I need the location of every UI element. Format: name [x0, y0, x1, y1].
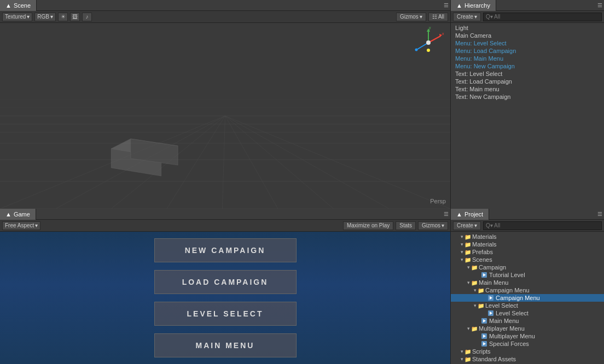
sun-icon[interactable]: ☀ [58, 13, 68, 21]
project-item-label: Tutorial Level [489, 272, 525, 278]
project-tab[interactable]: ▲ Project [451, 209, 489, 220]
game-viewport: NEW CAMPAIGNLOAD CAMPAIGNLEVEL SELECTMAI… [0, 232, 450, 364]
hierarchy-item[interactable]: Menu: Main Menu [451, 55, 604, 62]
color-label: RGB [37, 14, 49, 20]
game-menu-button[interactable]: NEW CAMPAIGN [154, 238, 297, 262]
hierarchy-item[interactable]: Text: Level Select [451, 70, 604, 78]
hierarchy-item[interactable]: Text: Load Campaign [451, 78, 604, 85]
game-tab-bar: ▲ Game ☰ [0, 209, 450, 220]
scene-file-icon [488, 310, 495, 316]
aspect-dropdown[interactable]: Free Aspect ▾ [2, 221, 40, 230]
hierarchy-item[interactable]: Menu: New Campaign [451, 62, 604, 70]
folder-icon: 📁 [464, 234, 471, 240]
layers-icon: ☷ [432, 14, 437, 20]
create-label: Create [457, 14, 473, 20]
all-layers-dropdown[interactable]: ☷ All [428, 13, 448, 21]
gizmos-dropdown[interactable]: Gizmos ▾ [396, 13, 426, 21]
project-tree-item[interactable]: ▾ 📁 Campaign [451, 263, 604, 271]
project-tree-item[interactable]: Special Forces [451, 340, 604, 348]
game-tab[interactable]: ▲ Game [0, 209, 36, 220]
image-icon[interactable]: 🖼 [70, 13, 80, 21]
hierarchy-item[interactable]: Menu: Load Campaign [451, 47, 604, 55]
scene-grid [0, 23, 450, 209]
hierarchy-panel: ▲ Hierarchy ☰ Create ▾ LightMain CameraM… [451, 0, 604, 209]
project-item-label: Campaign [479, 264, 506, 271]
project-tree-item[interactable]: ▾ 📁 Standard Assets [451, 355, 604, 363]
hierarchy-item[interactable]: Text: New Campaign [451, 93, 604, 101]
project-tree-item[interactable]: ▾ 📁 Main Menu [451, 279, 604, 286]
folder-arrow-icon: ▾ [467, 326, 470, 331]
folder-icon: 📁 [478, 287, 484, 293]
project-tree-item[interactable]: ▾ 📁 Campaign Menu [451, 286, 604, 294]
scene-toolbar: Textured ▾ RGB ▾ ☀ 🖼 ♪ Gizmos ▾ ☷ All [0, 11, 450, 23]
folder-arrow-icon: ▾ [467, 265, 470, 270]
project-item-label: Main Menu [479, 279, 508, 286]
project-item-label: Materials [472, 241, 497, 248]
project-panel: ▲ Project ☰ Create ▾ ▾ 📁 Materials▾ 📁 Ma… [451, 209, 604, 364]
project-tree-item[interactable]: ▾ 📁 Scripts [451, 348, 604, 355]
project-controls: Create ▾ [451, 220, 604, 232]
game-menu-button[interactable]: LOAD CAMPAIGN [154, 270, 297, 294]
project-item-label: Multiplayer Menu [489, 333, 535, 339]
hierarchy-controls: Create ▾ [451, 11, 604, 23]
project-tree-item[interactable]: ▾ 📁 Materials [451, 233, 604, 240]
project-tree-item[interactable]: ▾ 📁 Scenes [451, 256, 604, 263]
game-tab-icon: ▲ [5, 209, 11, 220]
folder-arrow-icon: ▾ [474, 287, 477, 293]
project-tree-item[interactable]: Multiplayer Menu [451, 332, 604, 340]
gizmo-widget: y x [412, 26, 445, 59]
game-menu-button[interactable]: LEVEL SELECT [154, 302, 297, 326]
scene-tab[interactable]: ▲ Scene [0, 0, 37, 11]
maximize-on-play-button[interactable]: Maximize on Play [343, 221, 393, 230]
project-item-label: Prefabs [472, 249, 493, 255]
hierarchy-tab[interactable]: ▲ Hierarchy [451, 0, 496, 11]
project-tree-item[interactable]: ▾ 📁 Materials [451, 240, 604, 248]
aspect-label: Free Aspect [5, 222, 34, 228]
project-tree-item[interactable]: Campaign Menu [451, 294, 604, 302]
hierarchy-panel-menu[interactable]: ☰ [595, 0, 604, 11]
scene-panel-menu[interactable]: ☰ [442, 0, 450, 11]
shading-label: Textured [5, 14, 26, 20]
scene-viewport: y x Persp [0, 23, 450, 209]
hierarchy-list: LightMain CameraMenu: Level SelectMenu: … [451, 23, 604, 209]
hierarchy-item[interactable]: Light [451, 24, 604, 32]
audio-icon[interactable]: ♪ [82, 13, 92, 21]
scene-file-icon [481, 272, 488, 278]
project-tree-item[interactable]: Main Menu [451, 317, 604, 325]
project-tab-label: Project [464, 209, 483, 220]
color-dropdown[interactable]: RGB ▾ [34, 13, 56, 21]
hierarchy-item[interactable]: Main Camera [451, 32, 604, 39]
project-create-chevron: ▾ [474, 222, 477, 228]
hierarchy-search-input[interactable] [483, 13, 602, 21]
project-tree-item[interactable]: Level Select [451, 309, 604, 317]
hierarchy-item[interactable]: Text: Main menu [451, 85, 604, 93]
project-search-input[interactable] [483, 221, 602, 230]
folder-arrow-icon: ▾ [467, 280, 470, 285]
game-gizmos-dropdown[interactable]: Gizmos ▾ [418, 221, 448, 230]
hierarchy-icon: ▲ [456, 0, 462, 11]
project-create-button[interactable]: Create ▾ [453, 221, 481, 230]
project-tree-item[interactable]: ▾ 📁 Multiplayer Menu [451, 325, 604, 332]
project-tree-item[interactable]: ▾ 📁 Level Select [451, 302, 604, 309]
project-panel-menu[interactable]: ☰ [595, 209, 604, 220]
project-tree-item[interactable]: ▾ 📁 Prefabs [451, 248, 604, 256]
gizmos-chevron: ▾ [420, 14, 422, 20]
folder-arrow-icon: ▾ [461, 349, 463, 354]
svg-point-31 [427, 49, 430, 52]
svg-point-29 [415, 49, 418, 51]
game-toolbar: Free Aspect ▾ Maximize on Play Stats Giz… [0, 220, 450, 232]
stats-button[interactable]: Stats [396, 221, 416, 230]
svg-point-30 [426, 40, 431, 45]
project-tree-item[interactable]: Tutorial Level [451, 271, 604, 279]
hierarchy-create-button[interactable]: Create ▾ [453, 13, 481, 21]
hierarchy-item[interactable]: Menu: Level Select [451, 39, 604, 47]
folder-arrow-icon: ▾ [461, 242, 463, 247]
game-gizmos-label: Gizmos [422, 222, 440, 228]
game-menu-button[interactable]: MAIN MENU [154, 333, 297, 357]
project-item-label: Level Select [496, 310, 528, 316]
aspect-chevron: ▾ [35, 222, 38, 228]
folder-icon: 📁 [464, 257, 471, 263]
shading-dropdown[interactable]: Textured ▾ [2, 13, 32, 21]
hierarchy-tab-bar: ▲ Hierarchy ☰ [451, 0, 604, 11]
game-panel-menu[interactable]: ☰ [442, 209, 450, 220]
